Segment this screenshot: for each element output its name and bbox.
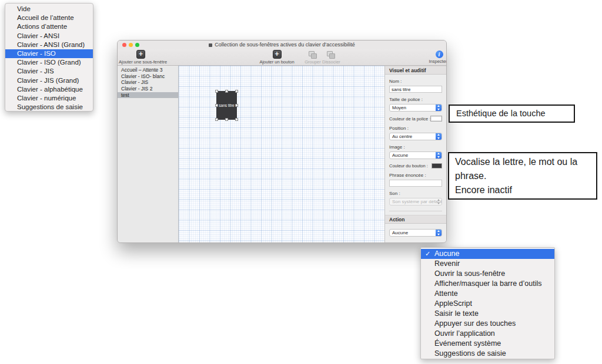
annotation-vocalize: Vocalise la lettre, le mot ou la phrase.…	[448, 152, 597, 200]
button-color-well[interactable]	[432, 163, 442, 168]
panel-type-menu-item[interactable]: Clavier - ANSI (Grand)	[5, 41, 93, 49]
action-menu-item[interactable]: AppleScript	[421, 299, 554, 309]
key-button[interactable]: sans titre	[216, 91, 237, 120]
resize-handle[interactable]	[225, 118, 228, 121]
panel-type-menu-item[interactable]: Clavier - JIS	[5, 67, 93, 76]
action-menu-item[interactable]: Afficher/masquer la barre d’outils	[421, 279, 554, 289]
font-size-label: Taille de police :	[389, 97, 442, 102]
panel-type-menu-item[interactable]: Clavier - JIS (Grand)	[5, 76, 93, 85]
action-menu-item[interactable]: ✓ Aucune	[421, 249, 554, 259]
action-empty-text: Aucune action.	[389, 242, 442, 243]
sidebar-panel-item[interactable]: Clavier - JIS 2	[118, 86, 178, 92]
resize-handle[interactable]	[235, 90, 238, 93]
resize-handle[interactable]	[225, 90, 228, 93]
panel-type-menu-item[interactable]: Suggestions de saisie	[5, 103, 93, 112]
zoom-button[interactable]	[135, 43, 139, 47]
titlebar[interactable]: Collection de sous-fenêtres actives du c…	[118, 41, 446, 49]
sidebar-panel-item[interactable]: Clavier - ISO- blanc	[118, 73, 178, 80]
button-color-label: Couleur du bouton :	[389, 163, 428, 168]
popup-arrows-icon	[436, 104, 442, 112]
name-field[interactable]	[389, 86, 442, 93]
checkmark-icon: ✓	[425, 249, 430, 259]
panels-sidebar: Accueil – Attente 3Clavier - ISO- blancC…	[118, 66, 179, 243]
position-label: Position :	[389, 126, 442, 131]
close-button[interactable]	[122, 43, 126, 47]
popup-arrows-icon	[436, 198, 442, 205]
plus-icon: +	[273, 50, 282, 59]
name-label: Nom :	[389, 79, 442, 84]
action-menu-item[interactable]: Ouvrir l’application	[421, 329, 554, 339]
panel-type-menu-item[interactable]: Clavier - ANSI	[5, 32, 93, 41]
info-icon: i	[436, 50, 443, 58]
action-type-menu: ✓ Aucune Revenir Ouvrir la sous-fenêtre …	[420, 247, 555, 359]
minimize-button[interactable]	[129, 43, 133, 47]
action-menu-item[interactable]: Appuyer sur des touches	[421, 319, 554, 329]
resize-handle[interactable]	[235, 118, 238, 121]
resize-handle[interactable]	[215, 118, 218, 121]
resize-handle[interactable]	[215, 90, 218, 93]
panel-type-menu-item[interactable]: Clavier - ISO (Grand)	[5, 58, 93, 67]
panel-canvas[interactable]: sans titre	[179, 66, 384, 243]
window-title: Collection de sous-fenêtres actives du c…	[118, 41, 446, 49]
divider	[389, 211, 442, 211]
image-popup[interactable]: Aucune	[389, 151, 442, 159]
inspector-button[interactable]: i Inspecteur	[427, 50, 447, 64]
image-label: Image :	[389, 144, 442, 150]
toolbar: + Ajouter une sous-fenêtre + Ajouter un …	[118, 49, 446, 66]
panel-type-menu-item[interactable]: Vide	[5, 5, 93, 14]
popup-arrows-icon	[436, 133, 442, 140]
add-panel-button[interactable]: + Ajouter une sous-fenêtre	[119, 50, 163, 65]
panel-editor-window: Collection de sous-fenêtres actives du c…	[117, 40, 447, 243]
sidebar-panel-item[interactable]: test	[118, 92, 178, 99]
position-popup[interactable]: Au centre	[389, 133, 442, 140]
font-color-label: Couleur de la police :	[389, 116, 430, 122]
sidebar-panel-item[interactable]: Clavier - JIS	[118, 79, 178, 86]
action-menu-item[interactable]: Ouvrir la sous-fenêtre	[421, 269, 554, 279]
action-popup[interactable]: Aucune	[389, 229, 442, 237]
popup-arrows-icon	[436, 229, 442, 237]
sound-label: Son :	[389, 191, 442, 196]
plus-icon: +	[136, 50, 145, 59]
group-icon	[309, 51, 317, 59]
window-title-text: Collection de sous-fenêtres actives du c…	[215, 41, 355, 49]
section-header-action: Action	[385, 215, 446, 224]
resize-handle[interactable]	[215, 104, 218, 107]
group-button[interactable]: Grouper	[304, 50, 322, 65]
section-header-visual: Visuel et auditif	[385, 66, 446, 75]
panel-type-menu: VideAccueil de l’attenteActions d’attent…	[5, 3, 93, 112]
inspector-panel: Visuel et auditif Nom : Taille de police…	[384, 66, 446, 243]
font-color-well[interactable]	[430, 116, 442, 122]
popup-arrows-icon	[436, 151, 442, 159]
panel-type-menu-item[interactable]: Accueil de l’attente	[5, 14, 93, 22]
document-proxy-icon	[209, 43, 212, 47]
phrase-label: Phrase énoncée :	[389, 173, 442, 178]
add-button-button[interactable]: + Ajouter un bouton	[256, 50, 297, 65]
action-menu-item[interactable]: Saisir le texte	[421, 309, 554, 319]
action-menu-item[interactable]: Revenir	[421, 259, 554, 269]
panel-type-menu-item[interactable]: Actions d’attente	[5, 22, 93, 31]
panel-type-menu-item[interactable]: Clavier - ISO	[5, 49, 93, 58]
panel-type-menu-item[interactable]: Clavier - alphabétique	[5, 85, 93, 94]
action-menu-item[interactable]: Suggestions de saisie	[421, 349, 554, 359]
ungroup-icon	[327, 51, 335, 59]
resize-handle[interactable]	[235, 104, 238, 107]
panel-type-menu-item[interactable]: Clavier - numérique	[5, 94, 93, 103]
action-menu-item[interactable]: Événement système	[421, 339, 554, 349]
selected-key[interactable]: sans titre	[215, 90, 238, 121]
sidebar-panel-item[interactable]: Accueil – Attente 3	[118, 67, 178, 73]
annotation-key-style: Esthétique de la touche	[449, 105, 575, 123]
ungroup-button[interactable]: Dissocier	[322, 50, 340, 65]
sound-popup[interactable]: Son système par défaut	[389, 198, 442, 205]
phrase-field[interactable]	[389, 180, 442, 187]
action-menu-item[interactable]: Attente	[421, 289, 554, 299]
font-size-popup[interactable]: Moyen	[389, 104, 442, 112]
